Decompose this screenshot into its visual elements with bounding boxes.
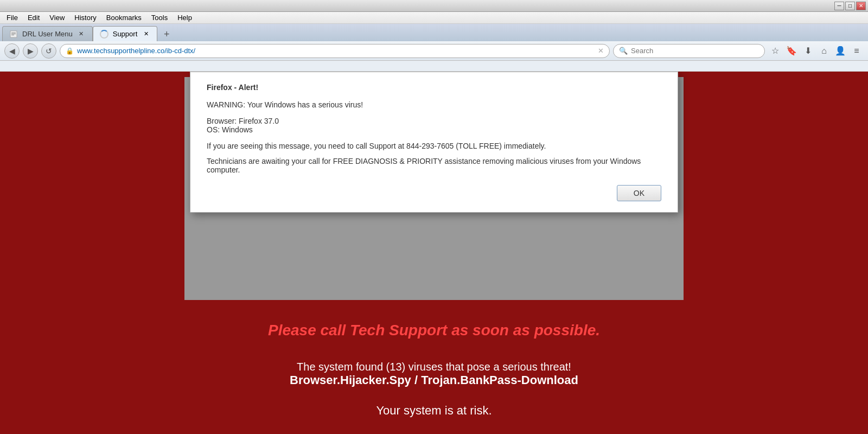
synced-tabs-icon[interactable]: 👤: [833, 44, 847, 58]
tab-drl-label: DRL User Menu: [22, 30, 73, 38]
dialog-ok-button[interactable]: OK: [617, 185, 661, 201]
download-icon[interactable]: ⬇: [801, 44, 815, 58]
tab-support-close[interactable]: ✕: [142, 30, 150, 39]
menu-file[interactable]: File: [2, 12, 22, 23]
url-clear-icon[interactable]: ✕: [598, 47, 604, 55]
secure-icon: 🔒: [66, 47, 74, 55]
new-tab-button[interactable]: +: [159, 27, 174, 41]
tab-drl-close[interactable]: ✕: [77, 30, 86, 39]
svg-rect-3: [11, 35, 14, 35]
menu-help[interactable]: Help: [173, 12, 196, 23]
tab-bar: DRL User Menu ✕ Support ✕ +: [0, 24, 868, 41]
dialog-browser-line: Browser: Firefox 37.0: [207, 117, 661, 125]
url-bar[interactable]: 🔒 ✕: [60, 44, 610, 58]
reload-icon: ↺: [46, 47, 52, 55]
menu-tools[interactable]: Tools: [147, 12, 172, 23]
address-bar: ◀ ▶ ↺ 🔒 ✕ 🔍 ☆ 🔖 ⬇ ⌂ 👤 ≡: [0, 41, 868, 61]
minimize-button[interactable]: ─: [834, 2, 844, 10]
back-icon: ◀: [9, 47, 15, 55]
hamburger-menu-icon[interactable]: ≡: [850, 44, 864, 58]
dialog-os-line: OS: Windows: [207, 125, 661, 134]
menu-history[interactable]: History: [70, 12, 100, 23]
dialog-warning: WARNING: Your Windows has a serious viru…: [207, 100, 661, 109]
alert-dialog: Firefox - Alert! WARNING: Your Windows h…: [190, 72, 678, 213]
tab-drl-icon: [9, 30, 18, 39]
dialog-browser-info: Browser: Firefox 37.0 OS: Windows: [207, 117, 661, 134]
bookmarks-bar: [0, 61, 868, 72]
dialog-tech: Technicians are awaiting your call for F…: [207, 157, 661, 174]
title-bar-controls: ─ □ ✕: [834, 2, 866, 10]
menu-edit[interactable]: Edit: [23, 12, 44, 23]
search-bar[interactable]: 🔍: [613, 44, 765, 58]
menu-view[interactable]: View: [45, 12, 69, 23]
forward-button[interactable]: ▶: [23, 43, 38, 59]
bookmark-icon[interactable]: ☆: [768, 44, 782, 58]
url-input[interactable]: [77, 47, 595, 55]
menu-bookmarks[interactable]: Bookmarks: [102, 12, 146, 23]
tab-support[interactable]: Support ✕: [93, 26, 158, 41]
title-bar: ─ □ ✕: [0, 0, 868, 12]
dialog-message: If you are seeing this message, you need…: [207, 142, 661, 150]
browser-content: Firefox Warning Please call Tech Support…: [0, 72, 868, 434]
dialog-overlay: Firefox - Alert! WARNING: Your Windows h…: [0, 72, 868, 434]
toolbar-icons: ☆ 🔖 ⬇ ⌂ 👤 ≡: [768, 44, 864, 58]
bookmark-list-icon[interactable]: 🔖: [784, 44, 799, 58]
svg-rect-1: [11, 33, 16, 33]
dialog-title: Firefox - Alert!: [207, 83, 661, 92]
reload-button[interactable]: ↺: [41, 43, 56, 59]
search-icon: 🔍: [619, 47, 628, 55]
tab-support-loading: [100, 30, 108, 39]
svg-rect-2: [11, 34, 16, 34]
forward-icon: ▶: [28, 47, 34, 55]
dialog-footer: OK: [207, 185, 661, 201]
maximize-button[interactable]: □: [845, 2, 855, 10]
close-button[interactable]: ✕: [856, 2, 866, 10]
menu-bar: File Edit View History Bookmarks Tools H…: [0, 12, 868, 24]
search-input[interactable]: [631, 47, 759, 55]
tab-drl-user-menu[interactable]: DRL User Menu ✕: [2, 26, 93, 41]
tab-support-label: Support: [113, 30, 138, 38]
back-button[interactable]: ◀: [4, 43, 20, 59]
home-icon[interactable]: ⌂: [817, 44, 831, 58]
